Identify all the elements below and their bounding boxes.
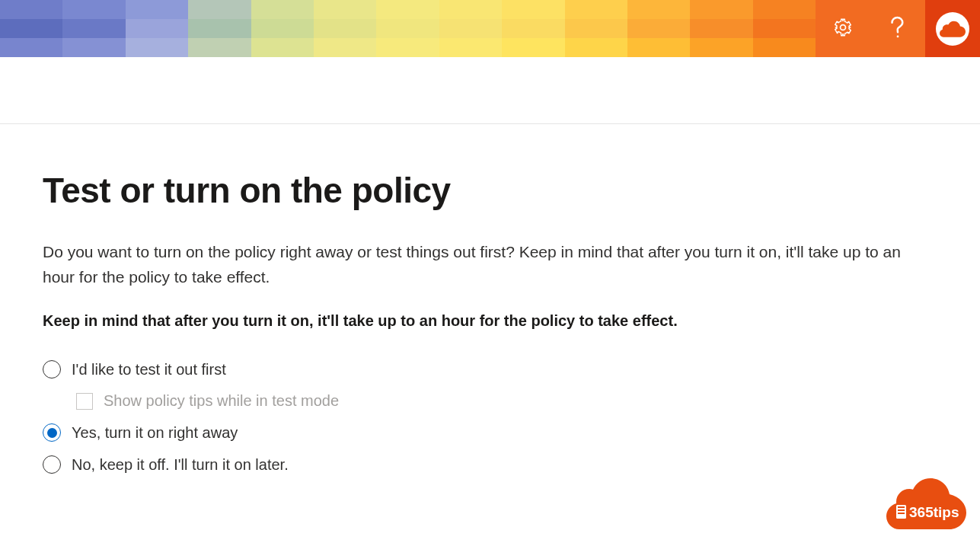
header-actions [816, 0, 980, 57]
help-button[interactable] [870, 0, 925, 57]
svg-rect-3 [898, 506, 905, 508]
svg-rect-4 [898, 509, 905, 511]
brand-watermark: 365tips [883, 474, 966, 529]
page-content: Test or turn on the policy Do you want t… [0, 124, 980, 474]
policy-options: I'd like to test it out first Show polic… [43, 360, 937, 474]
page-description: Do you want to turn on the policy right … [43, 240, 926, 289]
radio-test[interactable] [43, 360, 61, 379]
header-mosaic [0, 0, 816, 57]
profile-button[interactable] [925, 0, 980, 57]
watermark-text: 365tips [909, 504, 959, 520]
profile-avatar [936, 12, 969, 46]
header-separator [0, 57, 980, 124]
page-title: Test or turn on the policy [43, 170, 937, 211]
checkbox-policy-tips[interactable] [76, 393, 93, 410]
option-test-sub: Show policy tips while in test mode [76, 392, 937, 410]
svg-point-0 [841, 24, 846, 30]
option-test-sub-label: Show policy tips while in test mode [104, 392, 339, 410]
svg-point-1 [897, 35, 899, 37]
settings-button[interactable] [816, 0, 870, 57]
option-test[interactable]: I'd like to test it out first [43, 360, 937, 379]
option-on[interactable]: Yes, turn it on right away [43, 423, 937, 442]
radio-off[interactable] [43, 455, 61, 474]
option-test-label: I'd like to test it out first [72, 361, 226, 379]
option-off[interactable]: No, keep it off. I'll turn it on later. [43, 455, 937, 474]
option-off-label: No, keep it off. I'll turn it on later. [72, 456, 289, 474]
page-note: Keep in mind that after you turn it on, … [43, 312, 937, 330]
option-on-label: Yes, turn it on right away [72, 424, 238, 442]
svg-rect-5 [898, 513, 905, 514]
radio-on[interactable] [43, 423, 61, 442]
app-header [0, 0, 980, 57]
gear-icon [833, 18, 853, 40]
help-icon [889, 16, 906, 42]
